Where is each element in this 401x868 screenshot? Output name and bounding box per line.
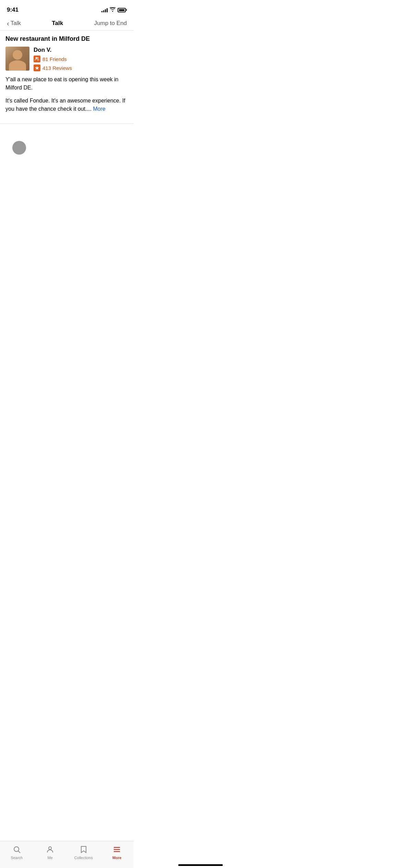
back-arrow-icon: ‹	[7, 20, 9, 27]
avatar[interactable]	[5, 47, 29, 71]
post-paragraph-2: It's called Fondue. It's an awesome expe…	[5, 97, 128, 113]
user-name[interactable]: Don V.	[34, 47, 72, 53]
back-label: Talk	[11, 20, 21, 27]
nav-title: Talk	[52, 20, 63, 27]
loading-indicator	[12, 141, 26, 155]
loading-area	[0, 124, 134, 227]
battery-icon	[118, 8, 127, 12]
status-bar: 9:41	[0, 0, 134, 17]
friends-stat[interactable]: 81 Friends	[34, 56, 72, 62]
friends-icon	[34, 56, 40, 62]
post-more-link[interactable]: More	[93, 106, 105, 112]
post-title: New restaurant in Milford DE	[5, 35, 128, 43]
status-icons	[101, 7, 127, 13]
svg-point-0	[36, 57, 37, 59]
reviews-stat[interactable]: 413 Reviews	[34, 64, 72, 71]
nav-bar: ‹ Talk Talk Jump to End	[0, 17, 134, 31]
friends-count: 81 Friends	[42, 56, 67, 62]
reviews-icon	[34, 64, 40, 71]
reviews-count: 413 Reviews	[42, 65, 72, 71]
user-details: Don V. 81 Friends	[34, 47, 72, 71]
post-body: Y'all a new place to eat is opening this…	[5, 75, 128, 123]
post-paragraph-1: Y'all a new place to eat is opening this…	[5, 75, 128, 92]
back-button[interactable]: ‹ Talk	[7, 20, 21, 27]
svg-marker-2	[35, 66, 39, 70]
svg-point-1	[37, 57, 39, 59]
user-info: Don V. 81 Friends	[5, 47, 128, 71]
signal-bars-icon	[101, 8, 108, 12]
status-time: 9:41	[7, 7, 19, 13]
wifi-icon	[110, 7, 116, 13]
post-container: New restaurant in Milford DE Don V. 81 F…	[0, 31, 134, 124]
jump-to-end-button[interactable]: Jump to End	[94, 20, 127, 27]
